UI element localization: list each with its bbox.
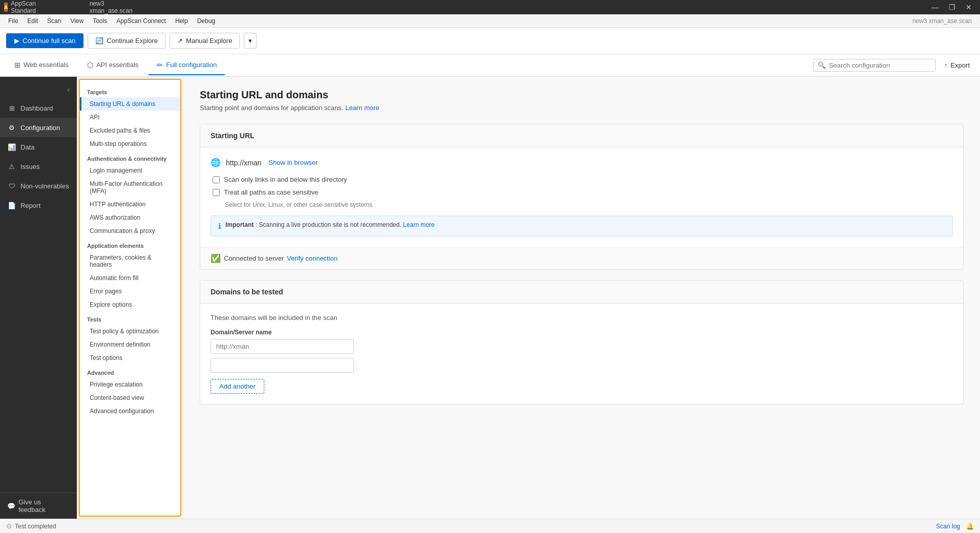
config-item-error-pages[interactable]: Error pages <box>80 285 180 298</box>
search-icon: 🔍 <box>818 61 826 69</box>
search-config-box: 🔍 <box>813 59 936 72</box>
config-item-test-options[interactable]: Test options <box>80 351 180 365</box>
continue-full-scan-button[interactable]: ▶ Continue full scan <box>6 33 84 48</box>
scan-only-links-checkbox[interactable] <box>213 176 220 183</box>
domains-description: These domains will be included in the sc… <box>211 314 953 322</box>
maximize-button[interactable]: ❐ <box>945 2 960 12</box>
manual-explore-button[interactable]: ↗ Manual Explore <box>170 33 240 49</box>
config-item-env-def[interactable]: Environment definition <box>80 338 180 351</box>
page-title: Starting URL and domains <box>200 89 964 101</box>
check-icon: ✅ <box>211 253 221 263</box>
search-config-area: 🔍 ↑ Export <box>813 59 974 72</box>
verify-connection-link[interactable]: Verify connection <box>287 254 338 262</box>
url-row: 🌐 http://xman Show in browser <box>211 158 953 167</box>
manual-icon: ↗ <box>177 37 183 45</box>
tab-web-essentials[interactable]: ⊞ Web essentials <box>6 56 77 75</box>
important-learn-more-link[interactable]: Learn more <box>403 221 434 228</box>
learn-more-link[interactable]: Learn more <box>345 104 379 112</box>
web-essentials-icon: ⊞ <box>14 61 20 69</box>
add-another-button[interactable]: Add another <box>211 379 264 394</box>
case-sensitive-checkbox[interactable] <box>213 189 220 196</box>
sidebar-collapse-button[interactable]: ‹ <box>0 81 77 98</box>
sidebar-item-non-vulnerables[interactable]: 🛡 Non-vulnerables <box>0 176 77 196</box>
tab-full-configuration[interactable]: ✏ Full configuration <box>149 56 225 75</box>
search-config-input[interactable] <box>829 61 931 69</box>
sidebar-item-data[interactable]: 📊 Data <box>0 137 77 157</box>
export-icon: ↑ <box>944 61 948 69</box>
domains-card: Domains to be tested These domains will … <box>200 280 964 404</box>
config-item-privilege[interactable]: Privilege escalation <box>80 378 180 391</box>
case-sensitive-label: Treat all paths as case sensitive <box>224 188 319 196</box>
config-item-auto-form[interactable]: Automatic form fill <box>80 271 180 285</box>
starting-url-card-header: Starting URL <box>200 124 963 147</box>
important-notice: ℹ Important : Scanning a live production… <box>211 216 953 237</box>
config-item-explore-options[interactable]: Explore options <box>80 298 180 311</box>
give-feedback-button[interactable]: 💬 Give us feedback <box>0 493 77 519</box>
url-text: http://xman <box>226 159 261 167</box>
sidebar-item-configuration[interactable]: ⚙ Configuration <box>0 118 77 137</box>
menu-appscan-connect[interactable]: AppScan Connect <box>112 16 170 26</box>
scan-icon: ▶ <box>14 37 19 45</box>
sidebar-item-dashboard[interactable]: ⊞ Dashboard <box>0 98 77 118</box>
domain-field-label: Domain/Server name <box>211 329 953 336</box>
report-icon: 📄 <box>7 201 16 210</box>
menu-scan[interactable]: Scan <box>43 16 65 26</box>
tests-section-label: Tests <box>80 311 180 325</box>
status-bar: ⊙ Test completed Scan log 🔔 <box>0 519 980 533</box>
config-item-multi-step[interactable]: Multi-step operations <box>80 137 180 151</box>
app-logo: A <box>4 3 8 12</box>
bell-icon[interactable]: 🔔 <box>966 523 974 530</box>
title-bar: A AppScan Standard new3 xman_ase.scan — … <box>0 0 980 14</box>
menu-debug[interactable]: Debug <box>193 16 219 26</box>
menu-bar: File Edit Scan View Tools AppScan Connec… <box>0 14 980 28</box>
main-layout: ‹ ⊞ Dashboard ⚙ Configuration 📊 Data ⚠ I… <box>0 77 980 519</box>
menu-edit[interactable]: Edit <box>23 16 42 26</box>
page-subtitle: Starting point and domains for applicati… <box>200 104 964 112</box>
data-icon: 📊 <box>7 142 16 152</box>
test-completed-text: Test completed <box>15 523 56 530</box>
config-item-test-policy[interactable]: Test policy & optimization <box>80 325 180 338</box>
scan-log-text[interactable]: Scan log <box>936 523 960 530</box>
config-item-api[interactable]: API <box>80 111 180 124</box>
domain-input-2[interactable] <box>211 358 354 373</box>
case-sensitive-sublabel: Select for Unix, Linux, or other case-se… <box>211 201 953 208</box>
toolbar: ▶ Continue full scan 🔄 Continue Explore … <box>0 28 980 54</box>
config-sidebar: Targets Starting URL & domains API Exclu… <box>79 79 181 517</box>
config-item-aws-auth[interactable]: AWS authorization <box>80 211 180 224</box>
menu-tools[interactable]: Tools <box>89 16 111 26</box>
status-left: ⊙ Test completed <box>6 522 56 530</box>
config-item-http-auth[interactable]: HTTP authentication <box>80 198 180 211</box>
domain-input-1[interactable] <box>211 339 354 354</box>
config-item-comm-proxy[interactable]: Communication & proxy <box>80 224 180 238</box>
config-item-adv-config[interactable]: Advanced configuration <box>80 404 180 418</box>
sidebar-item-issues[interactable]: ⚠ Issues <box>0 157 77 176</box>
show-in-browser-link[interactable]: Show in browser <box>268 159 318 166</box>
config-item-params-cookies[interactable]: Parameters, cookies & headers <box>80 251 180 271</box>
status-circle-icon: ⊙ <box>6 522 12 530</box>
dashboard-icon: ⊞ <box>7 103 16 113</box>
export-button[interactable]: ↑ Export <box>940 59 974 71</box>
continue-explore-button[interactable]: 🔄 Continue Explore <box>88 33 165 49</box>
close-button[interactable]: ✕ <box>962 2 976 12</box>
menu-file[interactable]: File <box>4 16 22 26</box>
menu-view[interactable]: View <box>66 16 88 26</box>
config-item-starting-url[interactable]: Starting URL & domains <box>80 97 180 111</box>
title-bar-left: A AppScan Standard new3 xman_ase.scan <box>4 0 131 14</box>
menu-help[interactable]: Help <box>171 16 192 26</box>
app-name: AppScan Standard <box>11 0 36 14</box>
globe-icon: 🌐 <box>211 158 221 167</box>
config-item-excluded-paths[interactable]: Excluded paths & files <box>80 124 180 137</box>
scan-only-links-label: Scan only links in and below this direct… <box>224 176 347 183</box>
manual-explore-dropdown[interactable]: ▾ <box>244 33 257 49</box>
important-text: Important : Scanning a live production s… <box>225 221 434 228</box>
config-item-mfa[interactable]: Multi-Factor Authentication (MFA) <box>80 177 180 198</box>
targets-section-label: Targets <box>80 84 180 97</box>
sidebar-item-report[interactable]: 📄 Report <box>0 196 77 215</box>
config-item-content-view[interactable]: Content-based view <box>80 391 180 404</box>
tab-api-essentials[interactable]: ⬡ API essentials <box>79 56 147 75</box>
config-item-login-mgmt[interactable]: Login management <box>80 164 180 177</box>
window-title-menu: new3 xman_ase.scan <box>912 17 976 25</box>
app-elements-section-label: Application elements <box>80 238 180 251</box>
minimize-button[interactable]: — <box>927 2 943 12</box>
app-sidebar: ‹ ⊞ Dashboard ⚙ Configuration 📊 Data ⚠ I… <box>0 77 77 519</box>
